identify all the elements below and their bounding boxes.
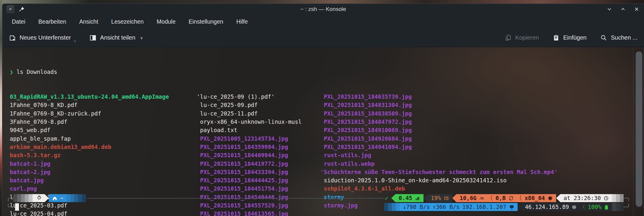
menu-module[interactable]: Module (157, 18, 176, 25)
file-row: 1Fahne_0769-8_KD-zurück.pdflu-ce_2025-11… (10, 109, 626, 118)
split-view-button[interactable]: Ansicht teilen ∨ (89, 34, 143, 41)
file-name: rust-utils.webp (324, 160, 375, 168)
file-name: 'Schüchterne süße Teen-Stiefschwester sc… (321, 168, 558, 176)
chevron-down-icon: ⌄ (73, 38, 76, 43)
new-tab-icon (9, 34, 16, 41)
menu-ansicht[interactable]: Ansicht (79, 18, 98, 25)
file-name: sshpilot_4.3.6-1_all.deb (324, 184, 405, 193)
copy-button[interactable]: Kopieren (505, 34, 539, 41)
file-name: PXL_20251015_184433394.jpg (200, 168, 288, 176)
segment-separator: 〈 (579, 203, 585, 211)
prompt-line-1: ╭─ ~ ✓ (7, 194, 630, 202)
file-name: PXL_20251015_184926684.jpg (324, 134, 412, 143)
terminal-output: ❯ ls Downloads 03_RapidRAW_v1.3.13_ubunt… (10, 51, 626, 216)
maximize-button[interactable] (620, 6, 626, 12)
file-row: 3Fahne_0769-8.pdforyx-x86_64-unknown-lin… (10, 118, 626, 126)
prompt-frame-top-left: ╭─ (7, 194, 13, 202)
file-row: bash-5.3.tar.gzPXL_20251015_184409944.jp… (10, 151, 626, 159)
powerline-separator (45, 194, 49, 202)
terminal-cursor (15, 203, 19, 211)
command-line: ❯ ls Downloads (10, 68, 626, 76)
prompt-frame-bottom-right: ─╯ (624, 203, 630, 211)
prompt-char: ❯ (10, 69, 13, 75)
chevron-down-icon: ∨ (140, 35, 143, 40)
close-button[interactable] (633, 6, 640, 12)
home-icon (52, 196, 57, 201)
clock-icon (603, 196, 609, 201)
file-name: arkime_main.debian13_amd64.deb (10, 143, 111, 151)
gauge-icon (479, 196, 484, 201)
file-name: 1Fahne_0769-8_KD.pdf (10, 101, 78, 109)
file-name: PXL_20251015_184847972.jpg (324, 118, 412, 126)
menu-lesezeichen[interactable]: Lesezeichen (111, 18, 144, 25)
split-view-label: Ansicht teilen (100, 34, 135, 41)
file-name: PXL_20251015_184444425.jpg (200, 176, 288, 184)
file-row: 03_RapidRAW_v1.3.13_ubuntu-24.04_amd64.A… (10, 92, 626, 101)
command-text: ls Downloads (17, 69, 57, 75)
chevron-up-icon (620, 7, 626, 12)
file-name: lu-ce_2025-11.pdf (200, 109, 257, 118)
battery-value: 100% (588, 203, 601, 211)
menu-hilfe[interactable]: Hilfe (236, 18, 248, 25)
search-label: Suchen ... (611, 34, 637, 41)
minimize-button[interactable] (606, 6, 613, 12)
menu-einstellungen[interactable]: Einstellungen (189, 18, 223, 25)
file-row: curl.pngPXL_20251015_184451754.jpgsshpil… (10, 184, 626, 193)
prompt-line-2: ╰─ ↓798 B/s ↑366 B/s 192.168.1.207 46.12… (7, 203, 630, 211)
search-button[interactable]: Suchen ... (600, 34, 637, 41)
paste-button[interactable]: Einfügen (553, 34, 587, 41)
copy-icon (505, 34, 512, 41)
paste-icon (553, 34, 560, 41)
file-name: PXL_20251015_184635739.jpg (324, 92, 412, 101)
file-name: rust-utils.jpg (324, 151, 371, 159)
terminal-viewport[interactable]: ❯ ls Downloads 03_RapidRAW_v1.3.13_ubunt… (2, 47, 644, 216)
file-row: batcat-2.jpgPXL_20251015_184433394.jpg'S… (10, 168, 626, 176)
powerline-separator (391, 194, 395, 202)
file-name: PXL_20251005_123145734.jpg (200, 134, 288, 143)
menu-bearbeiten[interactable]: Bearbeiten (38, 18, 66, 25)
segment-separator: 〈 (487, 194, 493, 202)
file-name: PXL_20251015_184359994.jpg (200, 143, 288, 151)
search-icon (600, 34, 607, 41)
file-row: arkime_main.debian13_amd64.debPXL_202510… (10, 143, 626, 151)
scrollbar-track[interactable] (633, 47, 633, 216)
menu-datei[interactable]: Datei (12, 18, 25, 25)
monitor-icon (509, 204, 514, 210)
file-name: lu-ce_2025-09.pdf (200, 101, 257, 109)
globe-icon (571, 204, 577, 210)
powerline-separator (556, 194, 560, 202)
file-name: payload.txt (200, 126, 237, 134)
file-name: batcat-1.jpg (10, 160, 50, 168)
chip-icon (548, 196, 553, 201)
new-tab-button[interactable]: Neues Unterfenster ⌄ (9, 34, 76, 41)
file-name: PXL_20251015_184409944.jpg (200, 151, 288, 159)
os-segment (33, 194, 45, 202)
exit-status-ok: ✓ (385, 194, 388, 202)
public-ip-value: 46.124.165.89 (525, 203, 569, 211)
split-view-icon (89, 34, 96, 41)
file-name: batcat.jpg (10, 176, 44, 184)
time-value: at 23:26:30 (564, 194, 601, 202)
file-name: 9045_web.pdf (10, 126, 50, 134)
file-row: batcat.jpgPXL_20251015_184444425.jpgsidu… (10, 176, 626, 184)
titlebar[interactable]: > ~ : zsh — Konsole (2, 4, 644, 14)
file-name: PXL_20251015_184831304.jpg (324, 101, 412, 109)
menubar: Datei Bearbeiten Ansicht Lesezeichen Mod… (2, 14, 644, 29)
time-segment: at 23:26:30 (560, 194, 612, 202)
file-name: siduction-2025.1.0-Shine_on-kde-amd64-20… (324, 176, 507, 184)
new-tab-label: Neues Unterfenster (20, 34, 71, 41)
file-row: batcat-1.jpgPXL_20251015_184419772.jpgru… (10, 160, 626, 168)
disk-segment: 19% (428, 194, 452, 202)
konsole-window: > ~ : zsh — Konsole Datei Bearbeiten Ans… (2, 4, 644, 216)
scrollbar-thumb[interactable] (636, 51, 642, 207)
window-title: ~ : zsh — Konsole (2, 6, 644, 12)
cwd-path: ~ (60, 194, 63, 202)
segment-separator: 〈 (516, 194, 522, 202)
net-down-value: ↓798 B/s (403, 203, 430, 211)
file-name: curl.png (10, 184, 37, 193)
file-name: batcat-2.jpg (10, 168, 50, 176)
toolbar: Neues Unterfenster ⌄ Ansicht teilen ∨ Ko… (2, 29, 644, 47)
file-name: bash-5.3.tar.gz (10, 151, 61, 159)
file-name: 1Fahne_0769-8_KD-zurück.pdf (10, 109, 101, 118)
hard-disk-icon (444, 196, 449, 201)
